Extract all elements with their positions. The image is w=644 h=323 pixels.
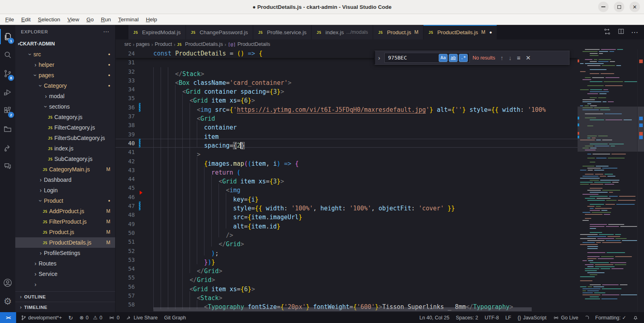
breadcrumb-item[interactable]: pages: [136, 41, 150, 47]
go-live[interactable]: Go Live: [553, 315, 578, 321]
code-line-47[interactable]: 47style={{ width: '100%', height: '100%'…: [116, 202, 578, 210]
open-changes-icon[interactable]: [603, 28, 611, 37]
source-control-icon[interactable]: 8: [0, 64, 15, 83]
search-icon[interactable]: [0, 46, 15, 64]
code-line-57[interactable]: 57<Stack>: [116, 291, 578, 300]
line-number[interactable]: 52: [116, 247, 135, 255]
minimap-slider[interactable]: [578, 107, 637, 152]
tree-file-CategoryMain.js[interactable]: JSCategoryMain.jsM: [15, 164, 115, 175]
line-number[interactable]: 45: [116, 183, 135, 192]
line-number[interactable]: 55: [116, 273, 135, 282]
code-line-53[interactable]: 53})}: [116, 255, 578, 264]
problems[interactable]: ⊗0⚠0: [79, 315, 102, 321]
code-line-32[interactable]: 32</Stack>: [116, 67, 578, 76]
background-task[interactable]: [585, 316, 589, 320]
line-number[interactable]: 35: [116, 94, 135, 103]
eol[interactable]: LF: [505, 315, 511, 321]
tree-file-FilterCategory.js[interactable]: JSFilterCategory.js: [15, 122, 115, 133]
indentation[interactable]: Spaces: 2: [456, 315, 478, 321]
files-icon[interactable]: 1: [0, 27, 15, 46]
git-graph[interactable]: Git Graph: [164, 315, 186, 321]
minimap[interactable]: [578, 49, 637, 312]
code-line-35[interactable]: 35<Grid item xs={6}>: [116, 94, 578, 103]
find-close-icon[interactable]: ✕: [526, 54, 531, 62]
line-number[interactable]: 39: [116, 130, 135, 139]
minimize-button[interactable]: [598, 2, 609, 12]
code-line-38[interactable]: 38container: [116, 121, 578, 130]
code-line-55[interactable]: 55</Grid>: [116, 273, 578, 282]
breadcrumb-item[interactable]: src: [124, 41, 131, 47]
extensions-icon[interactable]: 2: [0, 101, 15, 120]
code-line-50[interactable]: 50/>: [116, 228, 578, 237]
sync-changes[interactable]: ↻: [68, 315, 73, 321]
tree-folder-sections[interactable]: ›sections: [15, 101, 115, 112]
breadcrumb-item[interactable]: JSProductDetails.js: [177, 41, 223, 47]
line-number[interactable]: 48: [116, 210, 135, 219]
live-share-icon[interactable]: [0, 138, 15, 157]
code-line-40[interactable]: 40spacing={2}: [116, 139, 578, 148]
tree-folder-modal[interactable]: ›modal: [15, 91, 115, 101]
code-line-54[interactable]: 54</Grid>: [116, 264, 578, 273]
find-input[interactable]: 975BEC Aaab.*: [384, 53, 470, 63]
formatting[interactable]: Formatting: ✓: [595, 315, 626, 321]
tree-folder-partial[interactable]: ›: [15, 279, 115, 290]
code-line-37[interactable]: 37<Grid: [116, 112, 578, 121]
restore-button[interactable]: [614, 2, 624, 12]
line-number[interactable]: 40: [116, 139, 135, 148]
panel-timeline[interactable]: ›TIMELINE: [15, 302, 115, 312]
tab-index.js[interactable]: JSindex.js.../modals: [312, 25, 373, 39]
tree-file-FilterSubCategory.js[interactable]: JSFilterSubCategory.js: [15, 133, 115, 143]
vertical-scrollbar-thumb[interactable]: [638, 107, 644, 152]
tab-Profile.service.js[interactable]: JSProfile.service.js: [253, 25, 312, 39]
remote-indicator[interactable]: ><: [0, 312, 16, 323]
code-line-44[interactable]: 44<Grid item xs={3}>: [116, 175, 578, 183]
ports[interactable]: 0: [109, 315, 120, 321]
code-line-39[interactable]: 39item: [116, 130, 578, 139]
dirty-dot-icon[interactable]: ●: [489, 30, 492, 35]
line-number[interactable]: 31: [116, 58, 135, 67]
code-line-49[interactable]: 49alt={item.id}: [116, 220, 578, 228]
code-line-42[interactable]: 42{images.map((item, i) => {: [116, 157, 578, 166]
line-number[interactable]: 33: [116, 76, 135, 85]
line-number[interactable]: 36: [116, 103, 135, 112]
line-number[interactable]: 43: [116, 166, 135, 175]
menu-item-view[interactable]: View: [64, 15, 83, 24]
panel-outline[interactable]: ›OUTLINE: [15, 291, 115, 302]
find-next-icon[interactable]: ↓: [509, 54, 512, 61]
line-number[interactable]: 57: [116, 291, 135, 300]
menu-item-edit[interactable]: Edit: [18, 15, 34, 24]
tree-folder-ProfileSettings[interactable]: ›ProfileSettings: [15, 248, 115, 258]
tree-file-Product.js[interactable]: JSProduct.jsM: [15, 227, 115, 237]
sidebar-more-icon[interactable]: ⋯: [103, 28, 109, 35]
tree-folder-Category[interactable]: ›Category●: [15, 80, 115, 91]
line-number[interactable]: 37: [116, 112, 135, 121]
find-previous-icon[interactable]: ↑: [500, 54, 504, 61]
line-number[interactable]: 32: [116, 67, 135, 76]
code-line-51[interactable]: 51</Grid>: [116, 237, 578, 246]
tree-file-Category.js[interactable]: JSCategory.js: [15, 112, 115, 122]
line-number[interactable]: 34: [116, 85, 135, 94]
menu-item-selection[interactable]: Selection: [34, 15, 64, 24]
notifications[interactable]: [633, 315, 638, 321]
tree-folder-Service[interactable]: ›Service: [15, 269, 115, 279]
tree-file-index.js[interactable]: JSindex.js: [15, 143, 115, 154]
line-number[interactable]: 42: [116, 157, 135, 166]
menu-item-help[interactable]: Help: [142, 15, 161, 24]
tab-ExpiredModal.js[interactable]: JSExpiredModal.js: [128, 25, 186, 39]
split-editor-icon[interactable]: [617, 28, 625, 37]
code-line-45[interactable]: 45<img: [116, 183, 578, 192]
close-button[interactable]: ✕: [630, 2, 640, 12]
account-icon[interactable]: [0, 274, 15, 292]
tree-file-AddProduct.js[interactable]: JSAddProduct.jsM: [15, 206, 115, 216]
line-number[interactable]: 41: [116, 148, 135, 156]
line-number[interactable]: 53: [116, 255, 135, 264]
tree-folder-src[interactable]: ›src●: [15, 49, 115, 60]
code-line-43[interactable]: 43return (: [116, 166, 578, 175]
line-number[interactable]: 50: [116, 228, 135, 237]
line-number[interactable]: 38: [116, 121, 135, 130]
tree-folder-Routes[interactable]: ›Routes: [15, 258, 115, 269]
toggle-replace-icon[interactable]: ›: [377, 54, 382, 61]
code-line-34[interactable]: 34<Grid container spacing={3}>: [116, 85, 578, 94]
breadcrumb-item[interactable]: Product: [155, 41, 172, 47]
overview-ruler[interactable]: [637, 49, 644, 312]
